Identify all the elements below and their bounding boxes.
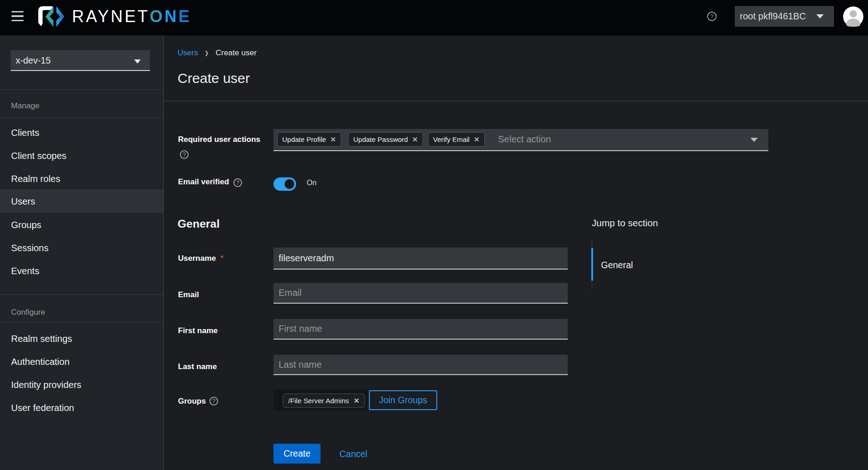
svg-text:?: ? (212, 398, 215, 405)
svg-text:?: ? (236, 180, 239, 186)
svg-text:?: ? (710, 13, 713, 20)
svg-text:?: ? (183, 152, 186, 158)
